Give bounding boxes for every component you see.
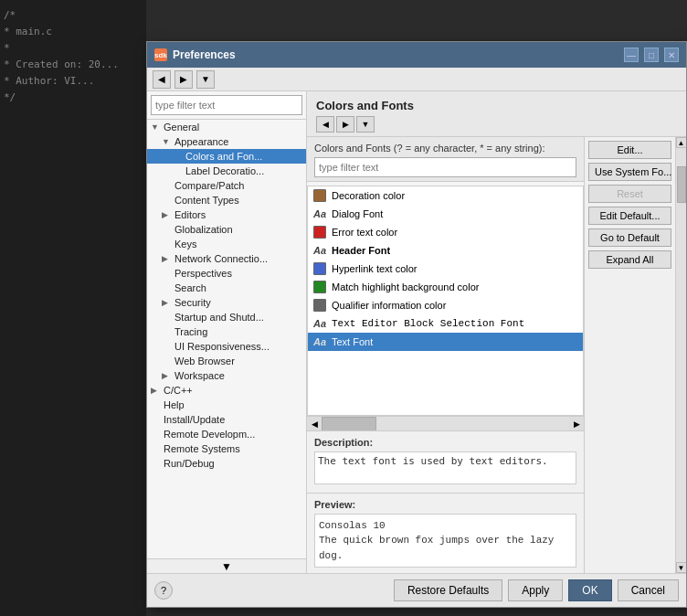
list-item-qualifier-info-color[interactable]: Qualifier information color bbox=[308, 296, 583, 314]
tree-item-remote-systems[interactable]: Remote Systems bbox=[147, 441, 306, 456]
tree-arrow-network-connections: ▶ bbox=[162, 254, 173, 263]
tree-item-tracing[interactable]: Tracing bbox=[147, 324, 306, 339]
tree-label-search: Search bbox=[174, 282, 206, 293]
apply-button[interactable]: Apply bbox=[508, 579, 563, 601]
tree-item-cpp[interactable]: ▶C/C++ bbox=[147, 383, 306, 398]
tree-item-install-update[interactable]: Install/Update bbox=[147, 412, 306, 427]
list-item-error-text-color[interactable]: Error text color bbox=[308, 223, 583, 241]
tree-area: ▼General▼AppearanceColors and Fon...Labe… bbox=[147, 120, 306, 558]
left-search-area bbox=[147, 91, 306, 120]
tree-item-general[interactable]: ▼General bbox=[147, 120, 306, 134]
menu-button[interactable]: ▼ bbox=[196, 70, 215, 89]
items-list: Decoration colorAaDialog FontError text … bbox=[307, 186, 584, 416]
preview-label: Preview: bbox=[314, 499, 576, 510]
nav-back-icon[interactable]: ◀ bbox=[316, 116, 334, 133]
tree-item-remote-development[interactable]: Remote Developm... bbox=[147, 427, 306, 441]
right-body: Colors and Fonts (? = any character, * =… bbox=[307, 137, 686, 573]
left-search-input[interactable] bbox=[151, 95, 302, 115]
cancel-button[interactable]: Cancel bbox=[618, 579, 679, 601]
tree-label-perspectives: Perspectives bbox=[174, 268, 232, 279]
tree-label-remote-systems: Remote Systems bbox=[164, 443, 240, 454]
preferences-dialog: sdk Preferences — □ ✕ ◀ ▶ ▼ ▼General▼App… bbox=[146, 41, 687, 608]
tree-scroll-down[interactable]: ▼ bbox=[147, 558, 306, 573]
tree-item-globalization[interactable]: Globalization bbox=[147, 222, 306, 237]
sdk-icon: sdk bbox=[154, 48, 167, 61]
tree-item-colors-and-fonts[interactable]: Colors and Fon... bbox=[147, 149, 306, 164]
list-item-match-highlight-bg[interactable]: Match highlight background color bbox=[308, 278, 583, 296]
list-item-dialog-font[interactable]: AaDialog Font bbox=[308, 205, 583, 223]
list-scroll-right-btn[interactable]: ▶ bbox=[569, 417, 584, 431]
filter-row: Colors and Fonts (? = any character, * =… bbox=[307, 137, 584, 182]
tree-item-ui-responsiveness[interactable]: UI Responsiveness... bbox=[147, 339, 306, 354]
tree-arrow-general: ▼ bbox=[151, 122, 162, 132]
tree-item-editors[interactable]: ▶Editors bbox=[147, 207, 306, 222]
nav-menu-icon[interactable]: ▼ bbox=[356, 116, 375, 133]
tree-item-network-connections[interactable]: ▶Network Connectio... bbox=[147, 251, 306, 266]
tree-item-startup-shutdown[interactable]: Startup and Shutd... bbox=[147, 310, 306, 324]
tree-label-workspace: Workspace bbox=[174, 370, 225, 381]
use-system-font-button[interactable]: Use System Fo... bbox=[588, 163, 671, 181]
scroll-thumb bbox=[677, 166, 686, 203]
back-button[interactable]: ◀ bbox=[153, 70, 171, 89]
item-label-decoration-color: Decoration color bbox=[332, 190, 405, 201]
close-button[interactable]: ✕ bbox=[664, 48, 679, 62]
item-icon-text-font: Aa bbox=[313, 335, 326, 348]
tree-item-help[interactable]: Help bbox=[147, 398, 306, 412]
tree-item-web-browser[interactable]: Web Browser bbox=[147, 354, 306, 368]
item-label-text-font: Text Font bbox=[332, 336, 373, 347]
tree-arrow-cpp: ▶ bbox=[151, 386, 162, 395]
scroll-up-btn[interactable]: ▲ bbox=[676, 137, 687, 148]
dialog-titlebar: sdk Preferences — □ ✕ bbox=[147, 42, 686, 68]
minimize-button[interactable]: — bbox=[624, 48, 639, 62]
list-scrollbar[interactable] bbox=[322, 417, 569, 431]
item-label-text-editor-block: Text Editor Block Selection Font bbox=[332, 318, 524, 329]
list-item-text-editor-block[interactable]: AaText Editor Block Selection Font bbox=[308, 314, 583, 333]
edit-default-button[interactable]: Edit Default... bbox=[588, 207, 671, 225]
expand-all-button[interactable]: Expand All bbox=[588, 250, 671, 269]
description-label: Description: bbox=[314, 437, 576, 448]
item-label-match-highlight-bg: Match highlight background color bbox=[332, 281, 479, 292]
tree-item-label-decorations[interactable]: Label Decoratio... bbox=[147, 164, 306, 178]
tree-label-label-decorations: Label Decoratio... bbox=[185, 165, 264, 176]
list-item-header-font[interactable]: AaHeader Font bbox=[308, 241, 583, 260]
tree-item-security[interactable]: ▶Security bbox=[147, 295, 306, 310]
nav-forward-icon[interactable]: ▶ bbox=[336, 116, 354, 133]
tree-item-content-types[interactable]: Content Types bbox=[147, 193, 306, 207]
filter-input[interactable] bbox=[314, 157, 576, 177]
preview-line1: Consolas 10 bbox=[319, 518, 572, 534]
list-scroll-row: ◀ ▶ bbox=[307, 416, 584, 430]
tree-label-compare-patch: Compare/Patch bbox=[174, 180, 244, 191]
maximize-button[interactable]: □ bbox=[644, 48, 659, 62]
reset-button[interactable]: Reset bbox=[588, 185, 671, 203]
tree-arrow-editors: ▶ bbox=[162, 210, 173, 219]
tree-item-run-debug[interactable]: Run/Debug bbox=[147, 456, 306, 471]
scroll-down-btn[interactable]: ▼ bbox=[676, 562, 687, 573]
help-button[interactable]: ? bbox=[154, 581, 173, 600]
forward-button[interactable]: ▶ bbox=[174, 70, 193, 89]
tree-item-search[interactable]: Search bbox=[147, 281, 306, 295]
list-item-text-font[interactable]: AaText Font bbox=[308, 333, 583, 351]
tree-item-workspace[interactable]: ▶Workspace bbox=[147, 368, 306, 383]
restore-defaults-button[interactable]: Restore Defaults bbox=[394, 579, 502, 601]
tree-label-globalization: Globalization bbox=[174, 224, 233, 235]
tree-item-perspectives[interactable]: Perspectives bbox=[147, 266, 306, 281]
left-panel: ▼General▼AppearanceColors and Fon...Labe… bbox=[147, 91, 307, 573]
list-item-hyperlink-text-color[interactable]: Hyperlink text color bbox=[308, 260, 583, 278]
dialog-title: Preferences bbox=[173, 48, 618, 61]
tree-label-ui-responsiveness: UI Responsiveness... bbox=[174, 341, 270, 352]
right-header: Colors and Fonts ◀ ▶ ▼ bbox=[307, 91, 686, 137]
tree-item-appearance[interactable]: ▼Appearance bbox=[147, 134, 306, 149]
item-label-header-font: Header Font bbox=[332, 245, 390, 256]
tree-item-compare-patch[interactable]: Compare/Patch bbox=[147, 178, 306, 193]
tree-item-keys[interactable]: Keys bbox=[147, 237, 306, 251]
list-item-decoration-color[interactable]: Decoration color bbox=[308, 186, 583, 205]
item-icon-qualifier-info-color bbox=[313, 299, 326, 312]
go-to-default-button[interactable]: Go to Default bbox=[588, 228, 671, 247]
ok-button[interactable]: OK bbox=[568, 579, 611, 601]
list-scrollbar-thumb bbox=[322, 417, 376, 431]
tree-label-help: Help bbox=[164, 399, 185, 410]
scroll-track[interactable] bbox=[676, 148, 687, 562]
edit-button[interactable]: Edit... bbox=[588, 141, 671, 159]
list-scroll-left-btn[interactable]: ◀ bbox=[307, 417, 322, 431]
tree-label-web-browser: Web Browser bbox=[174, 356, 235, 366]
